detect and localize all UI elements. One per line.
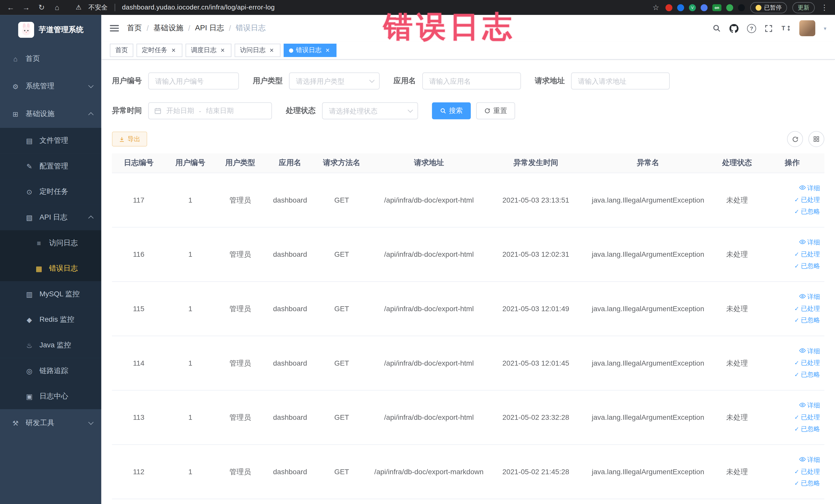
detail-link[interactable]: 详细: [799, 456, 820, 464]
extension-record-icon[interactable]: [665, 4, 672, 11]
ignored-link[interactable]: ✓已忽略: [794, 316, 820, 325]
breadcrumb-item[interactable]: 首页: [127, 23, 142, 33]
bookmark-star-icon[interactable]: ☆: [651, 3, 660, 12]
detail-link[interactable]: 详细: [799, 184, 820, 193]
ignored-link[interactable]: ✓已忽略: [794, 370, 820, 379]
github-icon[interactable]: [730, 24, 738, 33]
processed-link[interactable]: ✓已处理: [794, 467, 820, 476]
sidebar-item-access-log[interactable]: ≡访问日志: [0, 230, 101, 256]
app-name-input[interactable]: [422, 73, 521, 89]
sidebar-item-error-log[interactable]: ▦错误日志: [0, 256, 101, 281]
hamburger-icon[interactable]: [110, 23, 119, 33]
sidebar-item-java[interactable]: ♨Java 监控: [0, 332, 101, 358]
sidebar-item-mysql[interactable]: ▥MySQL 监控: [0, 281, 101, 307]
ignored-link[interactable]: ✓已忽略: [794, 479, 820, 488]
request-url-input[interactable]: [571, 73, 670, 89]
extension-v-icon[interactable]: V: [689, 4, 696, 11]
cell: 未处理: [714, 412, 760, 422]
processed-link[interactable]: ✓已处理: [794, 359, 820, 368]
chevron-down-icon: [88, 420, 94, 425]
mysql-icon: ▥: [25, 290, 34, 298]
sidebar-item-label: 研发工具: [26, 418, 55, 428]
search-icon[interactable]: [712, 24, 721, 32]
tab-error-log[interactable]: 错误日志×: [284, 44, 337, 57]
sidebar-menu: ⌂首页⚙系统管理⊞基础设施▤文件管理✎配置管理⊙定时任务▧API 日志≡访问日志…: [0, 45, 101, 437]
tab-close-icon[interactable]: ×: [170, 47, 177, 54]
reset-button[interactable]: 重置: [476, 102, 515, 119]
search-button[interactable]: 搜索: [432, 102, 471, 119]
column-header: 用户类型: [216, 158, 265, 168]
action-label: 已处理: [801, 413, 820, 422]
detail-link[interactable]: 详细: [799, 347, 820, 356]
error-log-icon: ▦: [34, 264, 44, 273]
sidebar-item-job[interactable]: ⊙定时任务: [0, 179, 101, 205]
detail-link[interactable]: 详细: [799, 293, 820, 301]
process-status-select[interactable]: [322, 102, 418, 119]
sidebar-item-home[interactable]: ⌂首页: [0, 45, 101, 73]
extension-on-icon[interactable]: on: [712, 4, 721, 11]
breadcrumb-item[interactable]: 基础设施: [154, 23, 183, 33]
tab-bar: 首页定时任务×调度日志×访问日志×错误日志×: [101, 42, 835, 60]
update-button[interactable]: 更新: [792, 2, 815, 13]
extension-grid-icon[interactable]: [701, 4, 708, 11]
row-actions: 详细✓已处理✓已忽略: [760, 184, 824, 217]
sidebar-item-redis[interactable]: ◆Redis 监控: [0, 307, 101, 332]
ignored-link[interactable]: ✓已忽略: [794, 262, 820, 270]
sidebar-item-log-center[interactable]: ▣日志中心: [0, 384, 101, 409]
user-type-select[interactable]: [289, 73, 380, 89]
tab-home[interactable]: 首页: [110, 44, 133, 57]
extension-bird-icon[interactable]: [738, 4, 745, 11]
check-icon: ✓: [794, 251, 799, 258]
tab-close-icon[interactable]: ×: [268, 47, 275, 54]
reload-icon[interactable]: ↻: [37, 3, 46, 12]
sidebar-item-label: 链路追踪: [40, 366, 68, 376]
user-id-input[interactable]: [148, 73, 239, 89]
tab-close-icon[interactable]: ×: [219, 47, 226, 54]
sidebar-item-system[interactable]: ⚙系统管理: [0, 73, 101, 100]
forward-icon[interactable]: →: [22, 3, 30, 12]
detail-link[interactable]: 详细: [799, 401, 820, 410]
tab-schedule-log[interactable]: 调度日志×: [186, 44, 231, 57]
paused-button[interactable]: 已暂停: [750, 2, 787, 13]
svg-text:T: T: [781, 25, 786, 32]
extension-leaf-icon[interactable]: [726, 4, 733, 11]
sidebar-item-config[interactable]: ✎配置管理: [0, 154, 101, 179]
ignored-link[interactable]: ✓已忽略: [794, 207, 820, 216]
processed-link[interactable]: ✓已处理: [794, 413, 820, 422]
ignored-link[interactable]: ✓已忽略: [794, 425, 820, 434]
breadcrumb-item[interactable]: API 日志: [195, 23, 224, 33]
address-url[interactable]: dashboard.yudao.iocoder.cn/infra/log/api…: [122, 4, 274, 11]
sidebar-item-file[interactable]: ▤文件管理: [0, 128, 101, 154]
back-icon[interactable]: ←: [6, 3, 15, 12]
fullscreen-icon[interactable]: [765, 24, 773, 32]
export-button[interactable]: 导出: [112, 132, 147, 147]
security-label[interactable]: 不安全: [88, 3, 107, 12]
browser-home-icon[interactable]: ⌂: [53, 3, 61, 12]
cell: java.lang.IllegalArgumentException: [582, 414, 714, 421]
font-size-icon[interactable]: T: [781, 24, 791, 32]
tab-job[interactable]: 定时任务×: [137, 44, 183, 57]
sidebar-item-api-log[interactable]: ▧API 日志: [0, 205, 101, 230]
tab-close-icon[interactable]: ×: [324, 47, 331, 54]
processed-link[interactable]: ✓已处理: [794, 250, 820, 259]
cell: 116: [112, 250, 165, 258]
processed-link[interactable]: ✓已处理: [794, 304, 820, 313]
column-header: 操作: [760, 158, 824, 168]
processed-link[interactable]: ✓已处理: [794, 196, 820, 205]
column-settings-button[interactable]: [808, 131, 824, 147]
sidebar-item-dev-tools[interactable]: ⚒研发工具: [0, 409, 101, 437]
update-label: 更新: [798, 3, 810, 11]
menu-dots-icon[interactable]: ⋮: [820, 3, 829, 12]
logo[interactable]: 芋道管理系统: [0, 15, 101, 45]
avatar[interactable]: [799, 20, 815, 36]
cell: /api/infra/db-doc/export-html: [368, 196, 489, 204]
detail-link[interactable]: 详细: [799, 238, 820, 247]
chevron-down-icon[interactable]: ▾: [824, 25, 826, 31]
refresh-button[interactable]: [787, 131, 803, 147]
help-icon[interactable]: ?: [747, 24, 756, 33]
sidebar-item-infra[interactable]: ⊞基础设施: [0, 100, 101, 128]
date-range-picker[interactable]: 开始日期 - 结束日期: [148, 102, 272, 119]
sidebar-item-trace[interactable]: ◎链路追踪: [0, 358, 101, 384]
tab-access-log[interactable]: 访问日志×: [235, 44, 281, 57]
extension-drop-icon[interactable]: [677, 4, 684, 11]
